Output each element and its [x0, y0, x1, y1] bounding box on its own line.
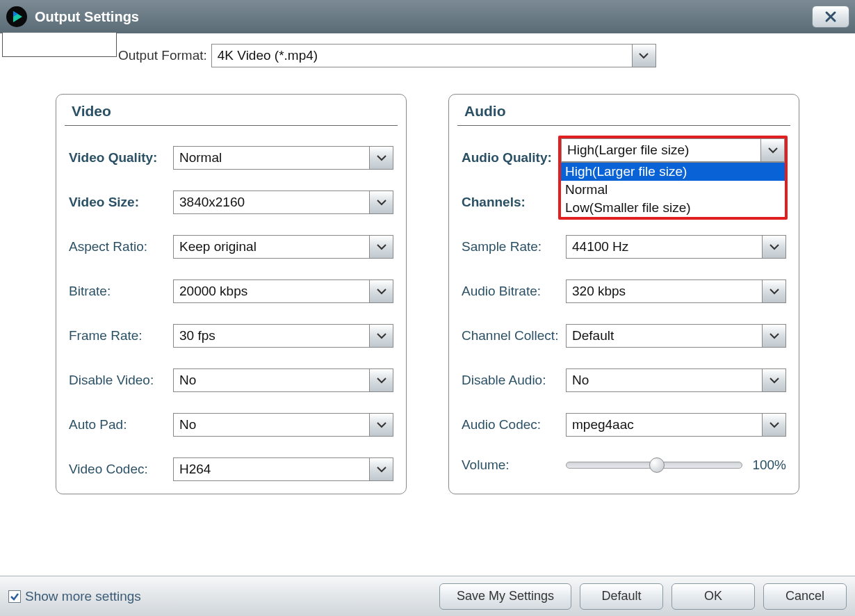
chevron-down-icon	[376, 330, 387, 341]
chevron-down-icon	[376, 197, 387, 208]
close-button[interactable]	[812, 6, 849, 28]
disable-video-select[interactable]: No	[173, 368, 393, 392]
checkbox-icon[interactable]	[8, 590, 21, 603]
disable-audio-label: Disable Audio:	[462, 373, 566, 388]
channel-collect-select[interactable]: Default	[566, 324, 786, 348]
auto-pad-label: Auto Pad:	[69, 417, 173, 432]
audio-group-title: Audio	[462, 103, 508, 120]
audio-quality-select[interactable]: High(Larger file size)	[561, 138, 785, 162]
output-format-select[interactable]: 4K Video (*.mp4)	[211, 44, 656, 67]
audio-codec-select[interactable]: mpeg4aac	[566, 413, 786, 437]
chevron-down-icon	[376, 419, 387, 430]
show-more-settings-checkbox[interactable]: Show more settings	[8, 589, 141, 604]
chevron-down-icon	[376, 152, 387, 163]
video-group: Video Video Quality: Normal Video Size: …	[56, 94, 407, 494]
audio-bitrate-label: Audio Bitrate:	[462, 284, 566, 299]
disable-video-label: Disable Video:	[69, 373, 173, 388]
output-format-value: 4K Video (*.mp4)	[212, 45, 632, 66]
channel-collect-label: Channel Collect:	[462, 328, 566, 343]
chevron-down-icon	[638, 50, 649, 61]
chevron-down-icon	[769, 419, 780, 430]
chevron-down-icon	[376, 241, 387, 252]
video-codec-label: Video Codec:	[69, 462, 173, 477]
chevron-down-icon	[769, 241, 780, 252]
chevron-down-icon	[376, 464, 387, 475]
audio-group: Audio High(Larger file size) High(Larger…	[448, 94, 799, 494]
chevron-down-icon	[769, 330, 780, 341]
tab-artifact	[2, 33, 117, 57]
disable-audio-select[interactable]: No	[566, 368, 786, 392]
window-title: Output Settings	[35, 9, 139, 25]
video-size-label: Video Size:	[69, 195, 173, 210]
sample-rate-label: Sample Rate:	[462, 239, 566, 254]
close-icon	[824, 10, 837, 23]
auto-pad-select[interactable]: No	[173, 413, 393, 437]
audio-quality-label: Audio Quality:	[462, 150, 566, 165]
content-area: Output Format: 4K Video (*.mp4) Video Vi…	[0, 33, 855, 576]
channels-label: Channels:	[462, 195, 566, 210]
audio-codec-label: Audio Codec:	[462, 417, 566, 432]
volume-value: 100%	[752, 457, 786, 473]
audio-quality-option-normal[interactable]: Normal	[561, 181, 785, 199]
chevron-down-icon	[376, 375, 387, 386]
sample-rate-select[interactable]: 44100 Hz	[566, 235, 786, 259]
audio-bitrate-select[interactable]: 320 kbps	[566, 279, 786, 303]
save-my-settings-button[interactable]: Save My Settings	[439, 583, 571, 610]
audio-quality-option-low[interactable]: Low(Smaller file size)	[561, 199, 785, 217]
app-logo-icon	[6, 6, 28, 28]
video-bitrate-label: Bitrate:	[69, 284, 173, 299]
ok-button[interactable]: OK	[671, 583, 755, 610]
video-size-select[interactable]: 3840x2160	[173, 191, 393, 214]
video-codec-select[interactable]: H264	[173, 457, 393, 481]
video-group-title: Video	[69, 103, 114, 120]
titlebar: Output Settings	[0, 0, 855, 33]
chevron-down-icon	[376, 286, 387, 297]
chevron-down-icon	[769, 375, 780, 386]
aspect-ratio-label: Aspect Ratio:	[69, 239, 173, 254]
chevron-down-icon	[767, 145, 779, 156]
show-more-settings-label: Show more settings	[25, 589, 141, 604]
volume-slider[interactable]	[566, 462, 742, 469]
output-format-dropdown-button[interactable]	[632, 44, 656, 67]
default-button[interactable]: Default	[580, 583, 663, 610]
audio-quality-dropdown-list: High(Larger file size) Normal Low(Smalle…	[561, 162, 785, 217]
audio-quality-highlight: High(Larger file size) High(Larger file …	[558, 136, 788, 220]
output-format-label: Output Format:	[118, 48, 207, 63]
footer-bar: Show more settings Save My Settings Defa…	[0, 576, 855, 616]
video-quality-select[interactable]: Normal	[173, 146, 393, 170]
volume-slider-thumb[interactable]	[649, 457, 665, 473]
volume-label: Volume:	[462, 457, 566, 473]
frame-rate-label: Frame Rate:	[69, 328, 173, 343]
video-bitrate-select[interactable]: 20000 kbps	[173, 279, 393, 303]
frame-rate-select[interactable]: 30 fps	[173, 324, 393, 348]
audio-quality-option-high[interactable]: High(Larger file size)	[561, 163, 785, 181]
video-quality-label: Video Quality:	[69, 150, 173, 165]
aspect-ratio-select[interactable]: Keep original	[173, 235, 393, 259]
chevron-down-icon	[769, 286, 780, 297]
cancel-button[interactable]: Cancel	[763, 583, 847, 610]
